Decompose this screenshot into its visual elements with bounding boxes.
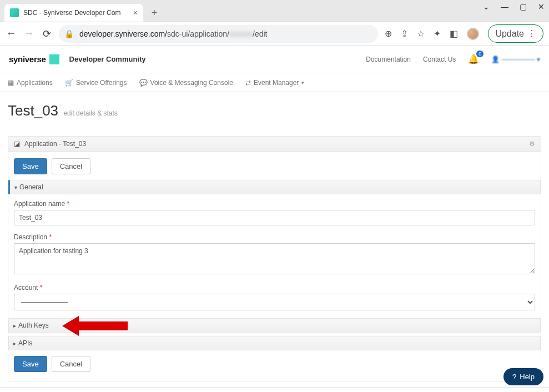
user-menu[interactable]: 👤 ————— ▾ bbox=[491, 56, 540, 63]
field-description: Description * Application for testing 3 bbox=[14, 233, 535, 276]
page-heading: Test_03 edit details & stats bbox=[8, 102, 541, 119]
address-bar[interactable]: 🔒 developer.syniverse.com/sdc-ui/applica… bbox=[59, 25, 378, 43]
cancel-button[interactable]: Cancel bbox=[52, 158, 90, 174]
window-controls: ⌄ — ▢ ✕ bbox=[483, 2, 545, 11]
chevron-down-icon: ▾ bbox=[14, 184, 17, 190]
save-button-bottom[interactable]: Save bbox=[14, 356, 47, 372]
brand-logo-icon bbox=[49, 54, 59, 64]
minimize-icon[interactable]: — bbox=[501, 2, 508, 11]
application-panel: ◪ Application - Test_03 ⚙ Save Cancel ▾ … bbox=[8, 136, 541, 381]
field-application-name: Application name * bbox=[14, 200, 535, 225]
page-body: Test_03 edit details & stats ◪ Applicati… bbox=[0, 92, 549, 387]
chevron-right-icon: ▸ bbox=[13, 323, 16, 329]
nav-service-offerings[interactable]: 🛒 Service Offerings bbox=[65, 79, 127, 87]
nav-applications[interactable]: ▦ Applications bbox=[8, 79, 53, 87]
account-select[interactable]: ——————— bbox=[14, 294, 535, 310]
nav-event-manager[interactable]: ⇄ Event Manager ▾ bbox=[245, 79, 304, 87]
nav-voice-messaging[interactable]: 💬 Voice & Messaging Console bbox=[139, 79, 233, 87]
gear-icon[interactable]: ⚙ bbox=[529, 140, 535, 148]
notification-badge: 0 bbox=[476, 51, 483, 57]
brand[interactable]: syniverse Developer Community bbox=[9, 54, 146, 64]
app-nav: ▦ Applications 🛒 Service Offerings 💬 Voi… bbox=[0, 73, 549, 92]
section-apis[interactable]: ▸ APIs bbox=[8, 336, 541, 350]
panel-title: Application - Test_03 bbox=[24, 140, 86, 148]
close-window-icon[interactable]: ✕ bbox=[538, 2, 545, 11]
brand-subtitle: Developer Community bbox=[69, 55, 146, 63]
page-title: Test_03 bbox=[8, 102, 58, 119]
app-header: syniverse Developer Community Documentat… bbox=[0, 46, 549, 73]
browser-tab[interactable]: SDC - Syniverse Developer Com × bbox=[4, 4, 143, 22]
profile-avatar-icon[interactable] bbox=[467, 28, 479, 40]
browser-update-button[interactable]: Update ⋮ bbox=[488, 24, 543, 43]
account-label: Account * bbox=[14, 284, 535, 292]
section-auth-keys[interactable]: ▸ Auth Keys bbox=[8, 318, 541, 333]
notifications-button[interactable]: 🔔0 bbox=[468, 54, 479, 64]
tab-title: SDC - Syniverse Developer Com bbox=[23, 9, 129, 17]
description-textarea[interactable]: Application for testing 3 bbox=[14, 243, 535, 274]
share-icon[interactable]: ⇪ bbox=[401, 28, 408, 39]
close-tab-icon[interactable]: × bbox=[133, 8, 138, 17]
field-account: Account * ——————— bbox=[14, 284, 535, 310]
application-name-label: Application name * bbox=[14, 200, 535, 208]
zoom-icon[interactable]: ⊕ bbox=[385, 28, 392, 39]
maximize-icon[interactable]: ▢ bbox=[520, 2, 527, 11]
favicon-icon bbox=[10, 8, 19, 17]
lock-icon: 🔒 bbox=[64, 29, 74, 38]
chevron-right-icon: ▸ bbox=[13, 340, 16, 346]
browser-toolbar: ← → ⟳ 🔒 developer.syniverse.com/sdc-ui/a… bbox=[0, 22, 549, 46]
cancel-button-bottom[interactable]: Cancel bbox=[52, 356, 90, 372]
description-label: Description * bbox=[14, 233, 535, 241]
application-name-input[interactable] bbox=[14, 210, 535, 225]
help-button[interactable]: ? Help bbox=[503, 368, 543, 385]
save-button[interactable]: Save bbox=[14, 158, 47, 174]
docs-link[interactable]: Documentation bbox=[366, 56, 411, 63]
expand-icon[interactable]: ◪ bbox=[14, 140, 20, 148]
new-tab-button[interactable]: + bbox=[147, 5, 162, 21]
panel-header: ◪ Application - Test_03 ⚙ bbox=[8, 137, 541, 152]
sidepanel-icon[interactable]: ◧ bbox=[450, 28, 458, 39]
browser-tab-strip: SDC - Syniverse Developer Com × + ⌄ — ▢ … bbox=[0, 0, 549, 22]
forward-icon: → bbox=[23, 28, 34, 39]
reload-icon[interactable]: ⟳ bbox=[41, 28, 52, 40]
brand-wordmark: syniverse bbox=[9, 54, 46, 64]
bookmark-star-icon[interactable]: ☆ bbox=[417, 28, 425, 39]
contact-link[interactable]: Contact Us bbox=[423, 56, 456, 63]
url-text: developer.syniverse.com/sdc-ui/applicati… bbox=[79, 29, 268, 38]
back-icon[interactable]: ← bbox=[6, 28, 17, 39]
footer: UI Version 2.7.0-287c01e7.281 | ©2015-20… bbox=[0, 387, 549, 392]
section-general[interactable]: ▾ General bbox=[8, 180, 541, 194]
extensions-icon[interactable]: ✦ bbox=[434, 28, 441, 39]
caret-down-icon[interactable]: ⌄ bbox=[483, 2, 490, 11]
omnibox-actions: ⊕ ⇪ ☆ ✦ ◧ Update ⋮ bbox=[385, 24, 543, 43]
page-subtitle: edit details & stats bbox=[63, 109, 117, 117]
chevron-down-icon: ▾ bbox=[301, 80, 304, 86]
help-icon: ? bbox=[512, 373, 516, 381]
